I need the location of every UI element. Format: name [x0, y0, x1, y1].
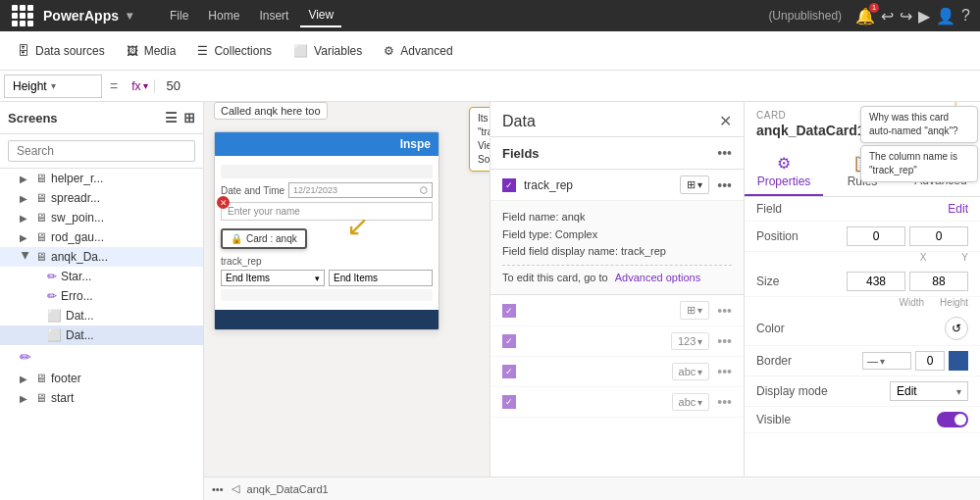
- menu-data-sources[interactable]: 🗄 Data sources: [8, 40, 115, 62]
- field-checkbox-4[interactable]: ✓: [502, 365, 516, 378]
- data-sources-icon: 🗄: [18, 44, 29, 58]
- menu-media[interactable]: 🖼 Media: [117, 40, 186, 62]
- field-more-button-track-rep[interactable]: •••: [717, 177, 732, 193]
- field-type-button-5[interactable]: abc ▾: [672, 393, 710, 411]
- sidebar-item-label: Star...: [61, 270, 195, 283]
- arrow-top-annotation: ↙: [489, 156, 490, 188]
- sidebar-grid-view-icon[interactable]: ⊞: [183, 110, 195, 125]
- formula-property-selector[interactable]: Height ▾: [4, 75, 102, 98]
- position-x-input[interactable]: [847, 226, 905, 246]
- sidebar-item-footer[interactable]: ▶ 🖥 footer: [0, 369, 203, 388]
- help-icon[interactable]: ?: [961, 7, 970, 25]
- tab-properties[interactable]: ⚙ Properties: [745, 146, 823, 196]
- titlebar-right: (Unpublished) 🔔1 ↩ ↪ ▶ 👤 ?: [768, 7, 970, 25]
- field-row-5: ✓ abc ▾ •••: [490, 387, 744, 418]
- field-type-button-3[interactable]: 123 ▾: [671, 332, 709, 350]
- fields-more-button[interactable]: •••: [717, 145, 732, 161]
- field-more-button-2[interactable]: •••: [717, 303, 732, 319]
- formula-dropdown-arrow: ▾: [51, 80, 56, 91]
- search-input[interactable]: [8, 140, 195, 162]
- canvas-datetime-input[interactable]: 12/21/2023 ⬡: [288, 182, 433, 198]
- position-xy-labels: X Y: [745, 252, 980, 267]
- visible-toggle[interactable]: [937, 412, 968, 427]
- sidebar-item-label: footer: [51, 372, 195, 385]
- canvas-dropdown-right[interactable]: End Items: [329, 270, 433, 286]
- field-type-button-track-rep[interactable]: ⊞ ▾: [680, 175, 709, 194]
- sidebar-item-dat2[interactable]: ▶ ⬜ Dat...: [0, 325, 203, 345]
- field-edit-button[interactable]: Edit: [948, 202, 968, 216]
- bell-icon[interactable]: 🔔1: [855, 7, 875, 25]
- data-panel: Data ✕ Fields ••• ✓ track_rep ⊞ ▾ •••: [490, 102, 745, 500]
- menu-advanced[interactable]: ⚙ Advanced: [374, 40, 462, 62]
- position-y-input[interactable]: [909, 226, 968, 246]
- sidebar-item-erro[interactable]: ▶ ✏ Erro...: [0, 286, 203, 306]
- formula-fx-button[interactable]: fx ▾: [126, 79, 154, 93]
- annotation-track-rep-top: Its called "track_rep" in View/Data Sour…: [469, 107, 490, 172]
- field-checkbox-5[interactable]: ✓: [502, 395, 516, 409]
- border-width-input[interactable]: [915, 351, 945, 371]
- advanced-options-link[interactable]: Advanced options: [615, 272, 700, 283]
- check-icon: ✓: [505, 397, 513, 407]
- redo-icon[interactable]: ↪: [900, 7, 912, 25]
- sidebar-item-rod-gau[interactable]: ▶ 🖥 rod_gau...: [0, 227, 203, 247]
- canvas-frame[interactable]: Inspe Date and Time 12/21/2023 ⬡ ✕: [214, 131, 439, 330]
- sidebar-item-spreadr[interactable]: ▶ 🖥 spreadr...: [0, 188, 203, 208]
- sidebar-item-start[interactable]: ▶ 🖥 start: [0, 388, 203, 408]
- tree-arrow: ▶: [20, 174, 31, 184]
- sidebar-item-label: anqk_Da...: [51, 250, 195, 264]
- sidebar-search: [0, 134, 203, 169]
- bottom-more-icon[interactable]: •••: [212, 483, 224, 495]
- bottom-nav-icon: ◁: [232, 482, 239, 495]
- sidebar-pencil-icon[interactable]: ✏: [20, 349, 31, 365]
- play-icon[interactable]: ▶: [918, 7, 930, 25]
- advanced-icon: ⚙: [384, 44, 394, 58]
- field-more-button-3[interactable]: •••: [717, 333, 732, 349]
- field-checkbox-2[interactable]: ✓: [502, 304, 516, 318]
- canvas-name-input[interactable]: Enter your name: [221, 202, 433, 221]
- grid-icon: ⊞: [687, 304, 696, 317]
- field-more-button-5[interactable]: •••: [717, 394, 732, 410]
- user-icon[interactable]: 👤: [936, 7, 955, 25]
- border-color-swatch[interactable]: [949, 351, 968, 371]
- field-checkbox-track-rep[interactable]: ✓: [502, 178, 516, 192]
- app-title: PowerApps: [43, 8, 119, 24]
- undo-icon[interactable]: ↩: [881, 7, 894, 25]
- app-title-arrow[interactable]: ▾: [127, 9, 132, 23]
- nav-insert[interactable]: Insert: [251, 5, 296, 26]
- field-type-button-2[interactable]: ⊞ ▾: [680, 301, 709, 320]
- waffle-icon[interactable]: [10, 3, 35, 28]
- screen-icon: 🖥: [35, 211, 47, 225]
- display-mode-select[interactable]: Edit ▾: [890, 381, 968, 401]
- sidebar-item-label: sw_poin...: [51, 211, 195, 225]
- sidebar-item-sw-poin[interactable]: ▶ 🖥 sw_poin...: [0, 208, 203, 227]
- media-icon: 🖼: [127, 44, 138, 58]
- formula-value[interactable]: 50: [159, 78, 188, 93]
- nav-home[interactable]: Home: [200, 5, 247, 26]
- menu-collections[interactable]: ☰ Collections: [187, 40, 282, 62]
- size-height-input[interactable]: [909, 272, 968, 291]
- canvas-dropdown-left[interactable]: End Items ▾: [221, 270, 325, 286]
- border-controls: — ▾: [862, 351, 968, 371]
- field-type-button-4[interactable]: abc ▾: [672, 363, 710, 380]
- menu-variables[interactable]: ⬜ Variables: [284, 40, 372, 62]
- screen-icon: 🖥: [35, 230, 47, 244]
- sidebar-item-helper-r[interactable]: ▶ 🖥 helper_r...: [0, 169, 203, 188]
- field-more-button-4[interactable]: •••: [717, 364, 732, 379]
- canvas-enter-name-row: ✕ Enter your name: [221, 202, 433, 221]
- nav-view[interactable]: View: [300, 4, 341, 27]
- screens-title: Screens: [8, 111, 58, 125]
- sidebar-item-star[interactable]: ▶ ✏ Star...: [0, 267, 203, 286]
- border-style-select[interactable]: — ▾: [862, 352, 911, 370]
- field-checkbox-3[interactable]: ✓: [502, 334, 516, 348]
- data-panel-fields-header: Fields •••: [490, 137, 744, 170]
- sidebar-list-view-icon[interactable]: ☰: [165, 110, 178, 125]
- toggle-knob: [954, 414, 966, 425]
- sidebar-item-dat1[interactable]: ▶ ⬜ Dat...: [0, 306, 203, 325]
- nav-file[interactable]: File: [162, 5, 196, 26]
- size-width-input[interactable]: [847, 272, 905, 291]
- color-picker-button[interactable]: ↺: [945, 317, 968, 340]
- data-panel-close-button[interactable]: ✕: [719, 112, 732, 130]
- canvas-track-rep-label: track_rep: [221, 256, 433, 267]
- sidebar-item-anqk-da[interactable]: ▶ 🖥 anqk_Da...: [0, 247, 203, 267]
- sidebar-item-label: helper_r...: [51, 172, 195, 185]
